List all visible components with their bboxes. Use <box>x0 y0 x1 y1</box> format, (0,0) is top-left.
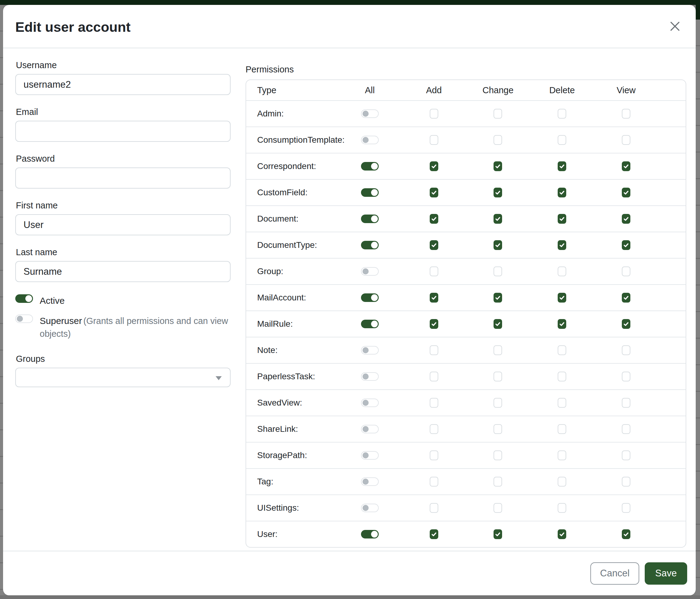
last-name-input[interactable] <box>15 261 231 282</box>
view-checkbox[interactable] <box>622 372 630 381</box>
view-checkbox[interactable] <box>622 345 630 355</box>
change-checkbox[interactable] <box>494 398 502 408</box>
add-checkbox[interactable] <box>430 319 438 329</box>
active-toggle[interactable] <box>15 294 33 303</box>
view-checkbox[interactable] <box>622 503 630 513</box>
add-checkbox[interactable] <box>430 161 438 171</box>
change-checkbox[interactable] <box>494 319 502 329</box>
change-checkbox[interactable] <box>494 503 502 513</box>
username-input[interactable] <box>15 74 231 95</box>
groups-select[interactable] <box>15 368 231 387</box>
add-checkbox[interactable] <box>430 214 438 224</box>
delete-checkbox[interactable] <box>558 398 566 408</box>
add-checkbox[interactable] <box>430 188 438 197</box>
delete-checkbox[interactable] <box>558 477 566 486</box>
delete-checkbox[interactable] <box>558 372 566 381</box>
all-toggle[interactable] <box>361 215 379 223</box>
all-toggle[interactable] <box>361 188 379 197</box>
change-checkbox[interactable] <box>494 240 502 250</box>
delete-checkbox[interactable] <box>558 161 566 171</box>
view-checkbox[interactable] <box>622 266 630 276</box>
change-checkbox[interactable] <box>494 293 502 303</box>
change-checkbox[interactable] <box>494 188 502 197</box>
view-checkbox[interactable] <box>622 477 630 486</box>
delete-checkbox[interactable] <box>558 345 566 355</box>
view-checkbox[interactable] <box>622 293 630 303</box>
view-checkbox[interactable] <box>622 451 630 460</box>
view-checkbox[interactable] <box>622 161 630 171</box>
add-checkbox[interactable] <box>430 345 438 355</box>
all-toggle[interactable] <box>361 162 379 170</box>
all-toggle[interactable] <box>361 372 379 381</box>
all-toggle[interactable] <box>361 136 379 144</box>
delete-checkbox[interactable] <box>558 188 566 197</box>
delete-checkbox[interactable] <box>558 451 566 460</box>
all-toggle[interactable] <box>361 346 379 355</box>
delete-checkbox[interactable] <box>558 424 566 434</box>
delete-checkbox[interactable] <box>558 319 566 329</box>
delete-checkbox[interactable] <box>558 109 566 119</box>
delete-checkbox[interactable] <box>558 529 566 539</box>
change-checkbox[interactable] <box>494 424 502 434</box>
check-icon <box>495 295 501 301</box>
delete-checkbox[interactable] <box>558 240 566 250</box>
add-checkbox[interactable] <box>430 529 438 539</box>
add-checkbox[interactable] <box>430 372 438 381</box>
view-checkbox[interactable] <box>622 188 630 197</box>
change-checkbox[interactable] <box>494 135 502 145</box>
add-checkbox[interactable] <box>430 398 438 408</box>
all-toggle[interactable] <box>361 110 379 118</box>
change-checkbox[interactable] <box>494 214 502 224</box>
all-toggle[interactable] <box>361 530 379 538</box>
permission-type-label: Document: <box>246 214 338 224</box>
add-checkbox[interactable] <box>430 135 438 145</box>
delete-checkbox[interactable] <box>558 503 566 513</box>
view-checkbox[interactable] <box>622 135 630 145</box>
toggle-knob <box>362 426 369 432</box>
view-checkbox[interactable] <box>622 319 630 329</box>
all-toggle[interactable] <box>361 267 379 275</box>
superuser-toggle[interactable] <box>15 314 33 323</box>
add-checkbox[interactable] <box>430 451 438 460</box>
delete-checkbox[interactable] <box>558 293 566 303</box>
add-checkbox[interactable] <box>430 266 438 276</box>
change-checkbox[interactable] <box>494 451 502 460</box>
change-checkbox[interactable] <box>494 109 502 119</box>
password-input[interactable] <box>15 167 231 189</box>
email-input[interactable] <box>15 121 231 142</box>
add-checkbox[interactable] <box>430 293 438 303</box>
change-checkbox[interactable] <box>494 372 502 381</box>
add-checkbox[interactable] <box>430 503 438 513</box>
add-checkbox[interactable] <box>430 477 438 486</box>
add-checkbox[interactable] <box>430 240 438 250</box>
delete-checkbox[interactable] <box>558 214 566 224</box>
all-toggle[interactable] <box>361 425 379 433</box>
view-checkbox[interactable] <box>622 214 630 224</box>
close-button[interactable] <box>667 18 683 35</box>
save-button[interactable]: Save <box>645 562 687 585</box>
permissions-section: Permissions Type All Add Change Delete V… <box>246 60 686 551</box>
change-checkbox[interactable] <box>494 161 502 171</box>
first-name-input[interactable] <box>15 214 231 235</box>
change-checkbox[interactable] <box>494 477 502 486</box>
change-checkbox[interactable] <box>494 266 502 276</box>
change-checkbox[interactable] <box>494 529 502 539</box>
cancel-button[interactable]: Cancel <box>590 562 640 585</box>
change-checkbox[interactable] <box>494 345 502 355</box>
delete-checkbox[interactable] <box>558 266 566 276</box>
add-checkbox[interactable] <box>430 424 438 434</box>
view-checkbox[interactable] <box>622 240 630 250</box>
all-toggle[interactable] <box>361 504 379 512</box>
delete-checkbox[interactable] <box>558 135 566 145</box>
all-toggle[interactable] <box>361 293 379 302</box>
all-toggle[interactable] <box>361 320 379 328</box>
view-checkbox[interactable] <box>622 398 630 408</box>
all-toggle[interactable] <box>361 399 379 407</box>
all-toggle[interactable] <box>361 451 379 460</box>
view-checkbox[interactable] <box>622 424 630 434</box>
add-checkbox[interactable] <box>430 109 438 119</box>
view-checkbox[interactable] <box>622 529 630 539</box>
all-toggle[interactable] <box>361 241 379 249</box>
view-checkbox[interactable] <box>622 109 630 119</box>
all-toggle[interactable] <box>361 477 379 486</box>
